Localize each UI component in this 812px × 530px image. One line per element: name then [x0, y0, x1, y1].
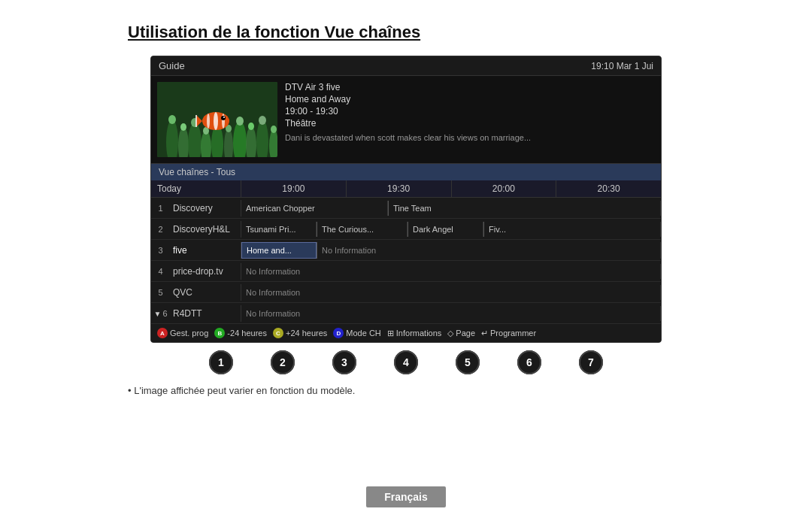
ch-name-6: R4DTT — [170, 305, 241, 322]
btn-minus24-label: -24 heures — [227, 329, 267, 338]
ch-name-2: DiscoveryH&L — [170, 221, 241, 238]
svg-point-23 — [207, 114, 210, 129]
badges-row: 1 2 3 4 5 6 7 — [209, 350, 603, 374]
ch-number-4: 4 — [151, 264, 170, 279]
vue-chaines-label: Vue chaînes - Tous — [159, 167, 235, 177]
programmer-icon: ↵ — [481, 329, 488, 338]
page-icon: ◇ — [447, 329, 453, 338]
badge-4: 4 — [394, 350, 418, 374]
program-6-1[interactable]: No Information — [241, 306, 661, 321]
page-container: Utilisation de la fonction Vue chaînes G… — [0, 0, 812, 530]
channel-row-4: 4 price-drop.tv No Information — [151, 261, 661, 282]
yellow-button: C — [273, 328, 283, 338]
programs-2: Tsunami Pri... The Curious... Dark Angel… — [241, 222, 661, 237]
btn-plus24-label: +24 heures — [286, 329, 327, 338]
svg-point-18 — [248, 123, 254, 130]
channel-row-5: 5 QVC No Information — [151, 282, 661, 303]
guide-header: Guide 19:10 Mar 1 Jui — [151, 56, 661, 76]
svg-point-25 — [221, 116, 226, 120]
svg-point-19 — [259, 116, 266, 125]
btn-page-label: Page — [456, 329, 475, 338]
badge-5: 5 — [456, 350, 480, 374]
btn-informations[interactable]: ⊞ Informations — [387, 329, 442, 338]
bullet-note: • L'image affichée peut varier en foncti… — [128, 385, 355, 396]
info-icon: ⊞ — [387, 329, 394, 338]
badge-3: 3 — [332, 350, 356, 374]
btn-info-label: Informations — [396, 329, 442, 338]
blue-button: D — [333, 328, 344, 338]
svg-point-17 — [236, 117, 244, 126]
preview-area: DTV Air 3 five Home and Away 19:00 - 19:… — [151, 76, 661, 164]
ch-number-1: 1 — [151, 201, 170, 216]
preview-image — [157, 82, 277, 157]
ch-name-4: price-drop.tv — [170, 263, 241, 280]
time-slot-1: 19:00 — [241, 180, 347, 197]
btn-page[interactable]: ◇ Page — [447, 329, 475, 338]
time-slot-2: 19:30 — [347, 180, 452, 197]
programs-5: No Information — [241, 285, 661, 300]
btn-gest-prog-label: Gest. prog — [170, 329, 208, 338]
channel-row-1: 1 Discovery American Chopper Tine Team — [151, 198, 661, 219]
btn-gest-prog[interactable]: A Gest. prog — [157, 328, 208, 338]
vue-chaines-bar: Vue chaînes - Tous — [151, 164, 661, 180]
programs-4: No Information — [241, 264, 661, 279]
red-button: A — [157, 328, 168, 338]
bottom-bar: A Gest. prog B -24 heures C +24 heures D… — [151, 324, 661, 342]
btn-programmer[interactable]: ↵ Programmer — [481, 329, 536, 338]
program-1-1[interactable]: American Chopper — [241, 201, 388, 216]
preview-thumbnail — [157, 82, 277, 157]
program-4-1[interactable]: No Information — [241, 264, 661, 279]
guide-container: Guide 19:10 Mar 1 Jui — [150, 56, 662, 343]
program-1-2[interactable]: Tine Team — [389, 201, 661, 216]
time-slots: 19:00 19:30 20:00 20:30 — [241, 180, 661, 197]
programs-1: American Chopper Tine Team — [241, 201, 661, 216]
preview-genre: Théâtre — [285, 118, 531, 129]
page-title: Utilisation de la fonction Vue chaînes — [128, 23, 420, 42]
btn-plus24[interactable]: C +24 heures — [273, 328, 327, 338]
program-5-1[interactable]: No Information — [241, 285, 661, 300]
language-selector[interactable]: Français — [366, 486, 446, 507]
channel-row-6: ▼6 R4DTT No Information — [151, 303, 661, 324]
guide-datetime: 19:10 Mar 1 Jui — [591, 61, 653, 71]
btn-mode-ch[interactable]: D Mode CH — [333, 328, 380, 338]
preview-show: Home and Away — [285, 94, 531, 104]
guide-title: Guide — [159, 60, 185, 71]
ch-name-5: QVC — [170, 284, 241, 301]
ch-number-2: 2 — [151, 222, 170, 237]
program-2-3[interactable]: Dark Angel — [408, 222, 483, 237]
btn-programmer-label: Programmer — [490, 329, 536, 338]
svg-point-11 — [168, 115, 176, 124]
btn-mode-ch-label: Mode CH — [346, 329, 380, 338]
program-2-4[interactable]: Fiv... — [484, 222, 661, 237]
svg-point-22 — [214, 112, 218, 130]
channel-row-3: 3 five Home and... No Information — [151, 240, 661, 261]
program-3-2[interactable]: No Information — [317, 242, 661, 259]
btn-minus24[interactable]: B -24 heures — [214, 328, 267, 338]
svg-point-20 — [271, 126, 277, 133]
green-button: B — [214, 328, 225, 338]
programs-3: Home and... No Information — [241, 242, 661, 259]
program-2-1[interactable]: Tsunami Pri... — [241, 222, 317, 237]
ch-name-3: five — [170, 242, 241, 259]
ch-number-3: 3 — [151, 243, 170, 258]
preview-info: DTV Air 3 five Home and Away 19:00 - 19:… — [285, 82, 531, 157]
program-3-1[interactable]: Home and... — [241, 242, 317, 259]
time-slot-3: 20:00 — [452, 180, 557, 197]
time-header-row: Today 19:00 19:30 20:00 20:30 — [151, 180, 661, 198]
svg-point-26 — [223, 117, 225, 118]
program-2-2[interactable]: The Curious... — [317, 222, 408, 237]
badge-7: 7 — [579, 350, 603, 374]
svg-point-12 — [180, 123, 186, 131]
preview-time: 19:00 - 19:30 — [285, 106, 531, 117]
time-slot-4: 20:30 — [556, 180, 661, 197]
ch-number-6: ▼6 — [151, 306, 170, 321]
today-label: Today — [151, 180, 241, 197]
ch-name-1: Discovery — [170, 200, 241, 217]
preview-desc: Dani is devastated when scott makes clea… — [285, 133, 531, 142]
preview-channel: DTV Air 3 five — [285, 82, 531, 92]
ch-number-5: 5 — [151, 285, 170, 300]
row-triangle: ▼ — [153, 310, 161, 318]
badge-6: 6 — [517, 350, 541, 374]
channel-row-2: 2 DiscoveryH&L Tsunami Pri... The Curiou… — [151, 219, 661, 240]
badge-2: 2 — [271, 350, 295, 374]
